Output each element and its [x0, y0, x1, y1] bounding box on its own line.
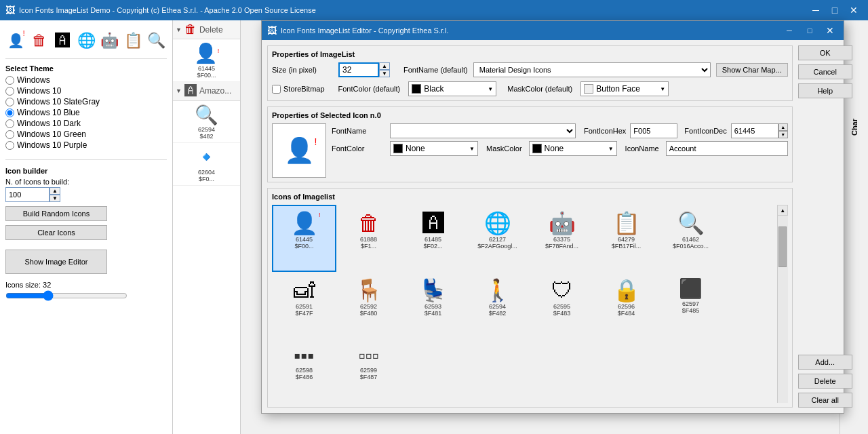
- show-char-map-button[interactable]: Show Char Map...: [716, 63, 788, 77]
- icon-cell-12[interactable]: 🔒 62596 $F484: [594, 272, 658, 339]
- theme-windows10-green[interactable]: Windows 10 Green: [5, 130, 167, 139]
- size-slider[interactable]: [5, 290, 127, 301]
- icon-cell-7[interactable]: 🛋 62591 $F47F: [272, 272, 336, 339]
- minimize-button[interactable]: ─: [807, 3, 825, 18]
- icon-fontcolor-value: None: [406, 144, 425, 153]
- icon-builder: Icon builder N. of Icons to build: ▲ ▼ B…: [5, 167, 167, 303]
- amazon-toolbar-icon[interactable]: 🅰: [52, 28, 73, 53]
- clear-all-button[interactable]: Clear all: [798, 393, 852, 408]
- dialog-body: Properties of ImageList Size (in pixel) …: [262, 40, 844, 413]
- fonticondec-down-button[interactable]: ▼: [778, 131, 788, 138]
- icon-cell-15[interactable]: ▫▫▫ 62599 $F487: [336, 339, 401, 403]
- count-label: N. of Icons to build:: [5, 178, 167, 186]
- fonticondec-up-button[interactable]: ▲: [778, 123, 788, 131]
- delete-group-label: Delete: [199, 25, 223, 35]
- size-spinner-input[interactable]: [338, 62, 379, 77]
- toolbar: 👤! 🗑 🅰 🌐 🤖 📋 🔍: [5, 26, 167, 59]
- fontcolor-select[interactable]: Black ▼: [408, 81, 496, 96]
- search-toolbar-icon[interactable]: 🔍: [146, 28, 167, 53]
- icon-cell-13-symbol: ⬛: [679, 277, 703, 300]
- ok-button[interactable]: OK: [798, 45, 852, 60]
- fonticondec-input[interactable]: [731, 123, 778, 138]
- count-input[interactable]: [5, 187, 50, 202]
- list-item-1[interactable]: 🔍 62594 $482: [173, 101, 240, 144]
- icon-cell-3[interactable]: 🌐 62127 $F2AFGoogl...: [465, 205, 530, 272]
- add-button[interactable]: Add...: [798, 355, 852, 370]
- list-item-2[interactable]: 🔹 62604 $F0...: [173, 143, 240, 186]
- dialog-maximize-button[interactable]: □: [802, 23, 818, 38]
- icon-cell-2[interactable]: 🅰 61485 $F02...: [401, 205, 465, 272]
- theme-windows[interactable]: Windows: [5, 75, 167, 85]
- delete-group-header: ▼ 🗑 Delete: [173, 20, 240, 39]
- icon-cell-14[interactable]: ▪▪▪ 62598 $F486: [272, 339, 336, 403]
- icon-cell-11[interactable]: 🛡 62595 $F483: [530, 272, 594, 339]
- android-toolbar-icon[interactable]: 🤖: [99, 28, 120, 53]
- theme-windows10-dark[interactable]: Windows 10 Dark: [5, 119, 167, 128]
- dialog-close-button[interactable]: ✕: [822, 23, 838, 38]
- app-title: Icon Fonts ImageList Demo - Copyright (c…: [19, 6, 803, 14]
- icon-cell-0[interactable]: 👤! 61445 $F00...: [272, 205, 336, 272]
- size-down-button[interactable]: ▼: [379, 70, 390, 77]
- icon-maskcolor-select[interactable]: None ▼: [529, 141, 617, 156]
- scrollbar-up-arrow[interactable]: ▲: [777, 205, 788, 216]
- help-button[interactable]: Help: [798, 83, 852, 98]
- show-image-editor-button[interactable]: Show Image Editor: [5, 250, 107, 274]
- maskcolor-dropdown-icon: ▼: [660, 86, 665, 92]
- icon-cell-6[interactable]: 🔍 61462 $F016Acco...: [658, 205, 723, 272]
- icon-cell-13[interactable]: ⬛ 62597 $F485: [658, 272, 723, 339]
- delete-group-icon: 🗑: [184, 22, 197, 37]
- count-down-button[interactable]: ▼: [50, 195, 60, 202]
- icon-cell-2-symbol: 🅰: [422, 210, 444, 236]
- icon-name-input[interactable]: [666, 141, 788, 156]
- store-bitmap-checkbox[interactable]: [272, 85, 281, 94]
- size-up-button[interactable]: ▲: [379, 62, 390, 70]
- title-bar-buttons: ─ □ ✕: [807, 3, 863, 18]
- icon-cell-4[interactable]: 🤖 63375 $F78FAnd...: [530, 205, 594, 272]
- icon-cell-8[interactable]: 🪑 62592 $F480: [336, 272, 401, 339]
- maximize-button[interactable]: □: [826, 3, 844, 18]
- theme-windows10-slategray[interactable]: Windows 10 SlateGray: [5, 97, 167, 106]
- transfer-toolbar-icon[interactable]: 📋: [123, 28, 144, 53]
- list-item-1-icon: 🔍: [195, 104, 218, 127]
- person-alert-icon[interactable]: 👤!: [5, 28, 26, 53]
- maskcolor-select[interactable]: Button Face ▼: [580, 81, 669, 96]
- fontname-field-row: FontName FontIconHex FontIconDec: [332, 123, 788, 138]
- icon-cell-5[interactable]: 📋 64279 $FB17Fil...: [594, 205, 658, 272]
- main-layout: 👤! 🗑 🅰 🌐 🤖 📋 🔍 Select Theme Windows Wind…: [0, 20, 868, 434]
- icon-cell-3-symbol: 🌐: [484, 210, 511, 236]
- chrome-toolbar-icon[interactable]: 🌐: [76, 28, 97, 53]
- icon-cell-10-symbol: 🚶: [484, 277, 511, 303]
- dialog-minimize-button[interactable]: ─: [781, 23, 797, 38]
- theme-windows10-purple[interactable]: Windows 10 Purple: [5, 140, 167, 150]
- count-up-button[interactable]: ▲: [50, 187, 60, 195]
- icon-fontname-select[interactable]: [390, 123, 576, 138]
- icon-cell-10[interactable]: 🚶 62594 $F482: [465, 272, 530, 339]
- cancel-button[interactable]: Cancel: [798, 64, 852, 79]
- theme-windows10-blue[interactable]: Windows 10 Blue: [5, 108, 167, 117]
- fontcolor-value: Black: [424, 84, 443, 94]
- chevron-down-icon-2: ▼: [176, 87, 182, 94]
- build-random-button[interactable]: Build Random Icons: [5, 206, 107, 221]
- chevron-down-icon: ▼: [176, 26, 182, 33]
- maskcolor-label: MaskColor (default): [507, 85, 572, 93]
- icon-fontcolor-select[interactable]: None ▼: [390, 141, 478, 156]
- delete-toolbar-icon[interactable]: 🗑: [29, 28, 50, 53]
- theme-windows10[interactable]: Windows 10: [5, 86, 167, 96]
- icon-cell-9[interactable]: 💺 62593 $F481: [401, 272, 465, 339]
- list-item-0[interactable]: 👤! 61445 $F00...: [173, 39, 240, 82]
- fonticondec-spinner-wrap: ▲ ▼: [731, 123, 788, 138]
- scrollbar-thumb[interactable]: [778, 226, 787, 267]
- delete-button[interactable]: Delete: [798, 374, 852, 389]
- icon-maskcolor-swatch: [532, 144, 542, 153]
- fontname-select[interactable]: Material Design Icons: [473, 62, 711, 77]
- icon-maskcolor-dropdown-icon: ▼: [608, 146, 614, 152]
- close-button[interactable]: ✕: [845, 3, 863, 18]
- store-bitmap-label: StoreBitmap: [283, 85, 325, 93]
- icon-name-label: IconName: [625, 144, 659, 153]
- props-imagelist-section: Properties of ImageList Size (in pixel) …: [267, 45, 793, 101]
- fonticonhex-input[interactable]: [630, 123, 677, 138]
- amazon-group-icon: 🅰: [184, 84, 197, 98]
- icon-cell-1[interactable]: 🗑 61888 $F1...: [336, 205, 401, 272]
- clear-icons-button[interactable]: Clear Icons: [5, 225, 107, 240]
- icon-cell-5-symbol: 📋: [613, 210, 640, 236]
